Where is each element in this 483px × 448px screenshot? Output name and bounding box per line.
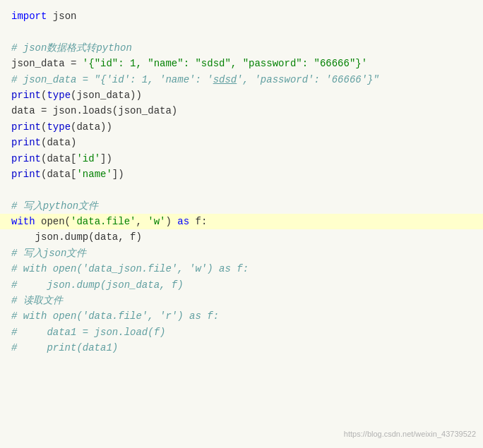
code-line-comment-3: # 写入python文件 xyxy=(11,198,472,214)
code-line-9: print(data) xyxy=(11,135,472,150)
code-line-blank-2 xyxy=(11,182,472,198)
code-line-comment-4: # 写入json文件 xyxy=(11,246,472,261)
code-line-with: with open('data.file', 'w') as f: xyxy=(0,214,483,229)
code-line-8: print(type(data)) xyxy=(11,119,472,135)
code-line-4: json_data = '{"id": 1, "name": "sdsd", "… xyxy=(11,56,472,71)
code-line-comment-2: # json_data = "{'id': 1, 'name': 'sdsd',… xyxy=(11,72,472,87)
code-line-blank-1 xyxy=(11,24,472,40)
watermark: https://blog.csdn.net/weixin_43739522 xyxy=(344,428,476,441)
code-line-7: data = json.loads(json_data) xyxy=(11,103,472,119)
code-line-comment-7: # 读取文件 xyxy=(11,293,472,308)
code-line-comment-5: # with open('data_json.file', 'w') as f: xyxy=(11,261,472,277)
code-line-10: print(data['id']) xyxy=(11,151,472,167)
code-line-comment-6: # json.dump(json_data, f) xyxy=(11,277,472,293)
code-line-6: print(type(json_data)) xyxy=(11,87,472,103)
code-line-1: import json xyxy=(11,8,472,24)
code-line-comment-8: # with open('data.file', 'r') as f: xyxy=(11,308,472,324)
code-line-dump: json.dump(data, f) xyxy=(11,229,472,245)
code-editor: import json # json数据格式转python json_data … xyxy=(0,0,483,448)
code-line-comment-1: # json数据格式转python xyxy=(11,40,472,56)
code-line-comment-9: # data1 = json.load(f) xyxy=(11,325,472,340)
code-line-11: print(data['name']) xyxy=(11,167,472,182)
code-line-comment-10: # print(data1) xyxy=(11,340,472,356)
